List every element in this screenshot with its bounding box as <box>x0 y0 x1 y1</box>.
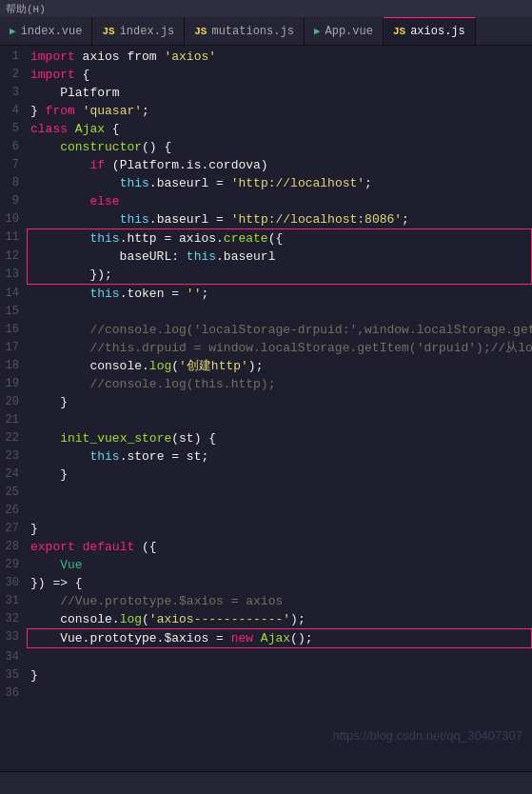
token <box>30 158 89 172</box>
token: { <box>75 68 90 82</box>
line-12: 12 baseURL: this.baseurl <box>0 248 532 266</box>
line-23: 23 this.store = st; <box>0 447 532 466</box>
token: ; <box>402 212 409 227</box>
tab-icon-app-vue: ▶ <box>314 25 321 37</box>
tab-label-index-vue: index.vue <box>21 25 83 38</box>
token: constructor <box>60 140 142 154</box>
line-number-11: 11 <box>0 228 27 247</box>
tab-bar: ▶index.vueJSindex.jsJSmutations.js▶App.v… <box>0 17 532 46</box>
line-number-23: 23 <box>0 447 27 466</box>
token <box>30 176 120 190</box>
token: } <box>30 467 68 482</box>
line-28: 28export default ({ <box>0 538 532 556</box>
token: ); <box>290 612 305 626</box>
token: this <box>120 176 149 190</box>
token: } <box>30 522 38 536</box>
token: .http = axios. <box>120 231 224 246</box>
token: Ajax <box>261 631 290 645</box>
token: }) => { <box>30 576 83 590</box>
tab-app-vue[interactable]: ▶App.vue <box>305 17 384 45</box>
tab-mutations-js[interactable]: JSmutations.js <box>185 17 305 45</box>
line-number-9: 9 <box>0 192 27 210</box>
tab-index-vue[interactable]: ▶index.vue <box>0 17 92 45</box>
menu-label: 帮助(H) <box>6 2 46 16</box>
token: ; <box>201 287 208 301</box>
tab-label-mutations-js: mutations.js <box>211 25 293 38</box>
token: Vue.prototype.$axios = <box>30 631 231 645</box>
tab-label-axios-js: axios.js <box>410 25 465 38</box>
line-number-33: 33 <box>0 628 27 646</box>
line-2: 2import { <box>0 66 532 84</box>
token: //console.log(this.http); <box>30 377 275 391</box>
token: log <box>149 359 171 373</box>
line-22: 22 init_vuex_store(st) { <box>0 429 532 447</box>
token: Ajax <box>75 122 105 136</box>
token: import <box>30 50 75 64</box>
line-code-13: }); <box>27 266 532 285</box>
line-35: 35} <box>0 666 532 685</box>
line-17: 17 //this.drpuid = window.localStorage.g… <box>0 339 532 357</box>
line-24: 24 } <box>0 466 532 484</box>
token: 'quasar' <box>83 104 142 118</box>
line-code-9: else <box>27 192 532 210</box>
token <box>30 449 89 464</box>
line-16: 16 //console.log('localStorage-drpuid:',… <box>0 321 532 339</box>
line-code-17: //this.drpuid = window.localStorage.getI… <box>27 339 532 357</box>
line-code-32: console.log('axios------------'); <box>27 610 532 628</box>
token: Vue <box>60 558 82 572</box>
token: 'http://localhost' <box>231 176 365 190</box>
line-code-29: Vue <box>27 556 532 574</box>
token <box>30 194 89 208</box>
line-code-14: this.token = ''; <box>27 285 532 303</box>
line-code-4: } from 'quasar'; <box>27 102 532 120</box>
token: if <box>89 158 105 172</box>
top-bar: 帮助(H) <box>0 0 532 17</box>
line-number-3: 3 <box>0 84 27 102</box>
token <box>30 287 89 301</box>
token: } <box>30 395 68 409</box>
line-code-11: this.http = axios.create({ <box>27 228 532 248</box>
line-code-10: this.baseurl = 'http://localhost:8086'; <box>27 210 532 228</box>
token: 'axios------------' <box>149 612 290 626</box>
token: //console.log('localStorage-drpuid:',win… <box>30 323 532 337</box>
line-code-28: export default ({ <box>27 538 532 556</box>
line-number-21: 21 <box>0 411 27 429</box>
line-18: 18 console.log('创建http'); <box>0 357 532 375</box>
token: class <box>30 122 68 136</box>
token: default <box>83 540 135 554</box>
line-number-36: 36 <box>0 685 27 703</box>
line-number-22: 22 <box>0 429 27 447</box>
token: this <box>89 449 119 464</box>
token: create <box>224 231 268 246</box>
token: from <box>127 50 156 64</box>
token: //this.drpuid = window.localStorage.getI… <box>30 341 532 355</box>
token: this <box>89 287 119 301</box>
line-26: 26 <box>0 502 532 520</box>
line-number-18: 18 <box>0 357 27 375</box>
line-code-21 <box>27 411 532 429</box>
tab-index-js[interactable]: JSindex.js <box>92 17 185 45</box>
line-code-25 <box>27 484 532 502</box>
token: log <box>120 612 142 626</box>
token: (Platform.is.cordova) <box>105 158 268 172</box>
line-code-26 <box>27 502 532 520</box>
line-number-27: 27 <box>0 520 27 538</box>
line-25: 25 <box>0 484 532 502</box>
line-number-10: 10 <box>0 210 27 228</box>
line-number-30: 30 <box>0 574 27 592</box>
line-number-19: 19 <box>0 375 27 393</box>
code-area: 1import axios from 'axios'2import {3 Pla… <box>0 46 532 703</box>
token: baseURL: <box>30 249 187 264</box>
token: ( <box>142 612 149 626</box>
tab-axios-js[interactable]: JSaxios.js <box>384 17 476 45</box>
token: '' <box>187 287 202 301</box>
token: this <box>89 231 119 246</box>
line-20: 20 } <box>0 393 532 411</box>
token: ({ <box>134 540 156 554</box>
token: this <box>120 212 149 227</box>
line-36: 36 <box>0 685 532 703</box>
line-31: 31 //Vue.prototype.$axios = axios <box>0 592 532 610</box>
token: else <box>89 194 119 208</box>
line-code-31: //Vue.prototype.$axios = axios <box>27 592 532 610</box>
line-code-8: this.baseurl = 'http://localhost'; <box>27 174 532 192</box>
